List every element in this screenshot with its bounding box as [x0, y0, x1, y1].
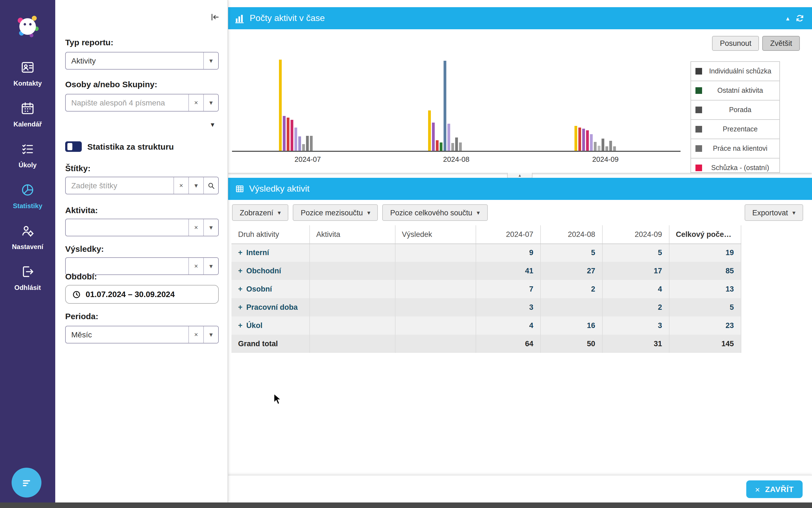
legend-item[interactable]: Individuální schůzka: [691, 62, 779, 81]
column-header[interactable]: Aktivita: [309, 225, 395, 244]
expand-more-icon[interactable]: ▾: [211, 120, 214, 129]
legend-item[interactable]: Schůzka - (ostatní): [691, 159, 779, 173]
osoby-select[interactable]: × ▾: [65, 94, 219, 112]
chevron-down-icon[interactable]: ▾: [203, 52, 218, 69]
bar: [598, 146, 601, 151]
value-cell: 7: [476, 280, 540, 298]
clear-icon[interactable]: ×: [188, 258, 203, 274]
legend-item[interactable]: Práce na klientovi: [691, 139, 779, 159]
value-cell: 4: [602, 280, 669, 298]
value-cell: 27: [540, 262, 602, 280]
bar: [590, 134, 593, 151]
clear-icon[interactable]: ×: [188, 94, 203, 111]
chevron-down-icon[interactable]: ▾: [203, 258, 218, 274]
sidebar-item-ukoly[interactable]: Úkoly: [0, 135, 55, 176]
aktivita-select[interactable]: × ▾: [65, 219, 219, 236]
sidebar-item-statistiky[interactable]: Statistiky: [0, 176, 55, 216]
refresh-icon[interactable]: [796, 14, 804, 23]
legend-swatch: [695, 126, 702, 132]
column-header[interactable]: 2024-08: [540, 225, 602, 244]
osoby-input[interactable]: [66, 94, 188, 111]
zoom-chart-button[interactable]: Zvětšit: [762, 36, 800, 51]
value-cell: 5: [669, 298, 741, 316]
close-button[interactable]: × ZAVŘÍT: [746, 480, 803, 498]
expand-row-icon[interactable]: +: [238, 322, 243, 330]
subtotal-position-dropdown-button[interactable]: Pozice mezisoučtu ▾: [293, 204, 378, 221]
bar: [455, 137, 458, 151]
contacts-icon: [21, 60, 35, 75]
chevron-down-icon[interactable]: ▾: [188, 177, 203, 194]
sidebar-item-odhlasit[interactable]: Odhlásit: [0, 257, 55, 298]
table-row[interactable]: +Úkol416323: [232, 316, 741, 335]
empty-cell: [395, 262, 476, 280]
column-header[interactable]: Výsledek: [395, 225, 476, 244]
collapse-filter-panel-button[interactable]: [210, 12, 220, 24]
bar: [447, 124, 450, 151]
statistics-icon: [21, 183, 35, 197]
table-row[interactable]: +Interní95519: [232, 244, 741, 262]
view-dropdown-button[interactable]: Zobrazení ▾: [232, 204, 289, 221]
search-icon[interactable]: [203, 177, 218, 194]
app-logo[interactable]: [13, 12, 42, 43]
row-label: Úkol: [246, 322, 263, 330]
expand-row-icon[interactable]: +: [238, 267, 243, 275]
sidebar-item-label: Kontakty: [0, 80, 55, 87]
chevron-down-icon: ▾: [477, 209, 480, 216]
clear-icon[interactable]: ×: [188, 219, 203, 236]
export-button[interactable]: Exportovat ▾: [744, 204, 803, 221]
value-cell: 3: [476, 298, 540, 316]
perioda-select[interactable]: × ▾: [65, 326, 219, 343]
chat-button[interactable]: [12, 468, 41, 498]
bar: [605, 146, 608, 151]
bar: [609, 141, 612, 151]
chat-icon: [19, 475, 34, 490]
table-row[interactable]: +Osobní72413: [232, 280, 741, 298]
perioda-value[interactable]: [66, 326, 188, 343]
legend-item[interactable]: Porada: [691, 100, 779, 120]
main-content: Počty aktivit v čase ▲ Posunout Zvětšit …: [228, 0, 812, 475]
column-header[interactable]: Druh aktivity: [232, 225, 309, 244]
collapse-left-icon: [210, 12, 220, 22]
legend-label: Porada: [705, 106, 775, 114]
close-icon: ×: [755, 484, 760, 494]
grandtotal-position-dropdown-button[interactable]: Pozice celkového součtu ▾: [382, 204, 487, 221]
value-cell: 5: [540, 244, 602, 262]
results-table: Druh aktivity Aktivita Výsledek 2024-07 …: [232, 225, 741, 353]
column-header[interactable]: Celkový poče…: [669, 225, 741, 244]
expand-row-icon[interactable]: +: [238, 285, 243, 293]
stitky-select[interactable]: × ▾: [65, 177, 219, 195]
stitky-input[interactable]: [66, 177, 173, 194]
column-header[interactable]: 2024-07: [476, 225, 540, 244]
sidebar: Kontakty Kalendář Úkoly: [0, 0, 55, 503]
row-label: Grand total: [238, 340, 278, 348]
column-header[interactable]: 2024-09: [602, 225, 669, 244]
grand-total-row[interactable]: Grand total645031145: [232, 335, 741, 353]
chevron-down-icon[interactable]: ▾: [203, 326, 218, 343]
chevron-down-icon[interactable]: ▾: [203, 219, 218, 236]
bar: [436, 140, 439, 151]
structure-toggle[interactable]: [65, 141, 82, 152]
table-row[interactable]: +Pracovní doba325: [232, 298, 741, 316]
bar: [440, 142, 442, 151]
clear-icon[interactable]: ×: [173, 177, 188, 194]
legend-label: Schůzka - (ostatní): [705, 164, 775, 172]
expand-row-icon[interactable]: +: [238, 303, 243, 311]
date-range-picker[interactable]: 01.07.2024 – 30.09.2024: [65, 285, 219, 304]
bar: [432, 123, 435, 151]
clear-icon[interactable]: ×: [188, 326, 203, 343]
sidebar-item-nastaveni[interactable]: Nastavení: [0, 216, 55, 257]
sidebar-item-kalendar[interactable]: Kalendář: [0, 94, 55, 135]
expand-row-icon[interactable]: +: [238, 249, 243, 257]
stitky-label: Štítky:: [65, 163, 91, 173]
chevron-down-icon[interactable]: ▾: [203, 94, 218, 111]
legend-item[interactable]: Ostatní aktivita: [691, 81, 779, 100]
pan-chart-button[interactable]: Posunout: [712, 36, 759, 51]
table-row[interactable]: +Obchodní41271785: [232, 262, 741, 280]
logout-icon: [21, 264, 35, 279]
sidebar-item-kontakty[interactable]: Kontakty: [0, 53, 55, 94]
aktivita-input[interactable]: [66, 219, 188, 236]
typ-reportu-value[interactable]: [66, 52, 203, 69]
typ-reportu-select[interactable]: ▾: [65, 52, 219, 70]
collapse-chart-icon[interactable]: ▲: [785, 15, 790, 21]
legend-item[interactable]: Prezentace: [691, 120, 779, 139]
